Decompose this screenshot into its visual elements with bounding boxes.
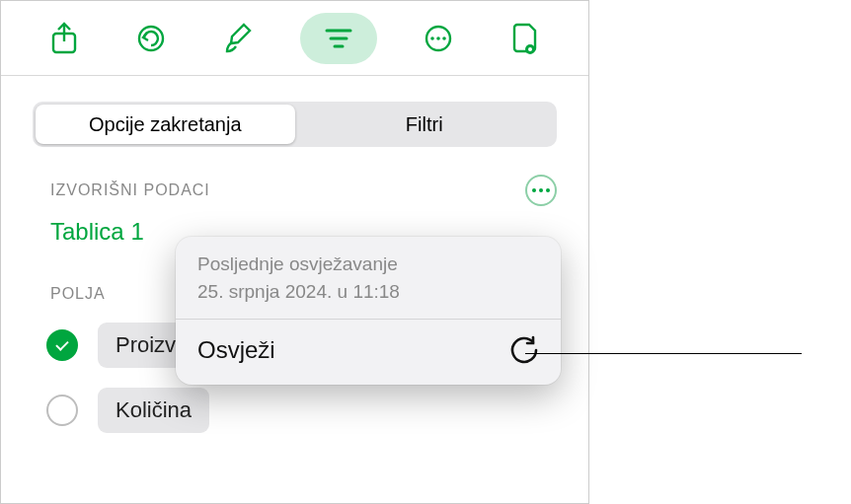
document-view-button[interactable]: [500, 13, 551, 64]
organize-button[interactable]: [300, 13, 377, 64]
segmented-control: Opcije zakretanja Filtri: [33, 102, 557, 147]
pivot-options-panel: Opcije zakretanja Filtri IZVORIŠNI PODAC…: [0, 0, 589, 504]
tab-pivot-options[interactable]: Opcije zakretanja: [36, 105, 295, 144]
undo-button[interactable]: [125, 13, 177, 64]
undo-icon: [135, 23, 167, 54]
refresh-icon: [509, 335, 539, 365]
source-data-header: IZVORIŠNI PODACI: [1, 165, 588, 216]
ellipsis-icon: [423, 23, 454, 54]
svg-point-8: [436, 36, 440, 40]
ellipsis-small-icon: [531, 187, 551, 193]
last-refresh-info: Posljednje osvježavanje 25. srpnja 2024.…: [176, 237, 561, 320]
last-refresh-date: 25. srpnja 2024. u 11:18: [197, 278, 539, 306]
refresh-popover: Posljednje osvježavanje 25. srpnja 2024.…: [176, 237, 561, 385]
more-button[interactable]: [413, 13, 464, 64]
svg-point-14: [546, 188, 550, 192]
refresh-row[interactable]: Osvježi: [176, 320, 561, 385]
tab-filters[interactable]: Filtri: [295, 105, 555, 144]
field-row-kolicina[interactable]: Količina: [1, 378, 588, 443]
callout-line: [525, 353, 802, 354]
field-checkbox-proizvod[interactable]: [46, 329, 78, 361]
tabs-container: Opcije zakretanja Filtri: [1, 76, 588, 165]
share-button[interactable]: [39, 13, 90, 64]
svg-point-11: [528, 47, 532, 51]
paintbrush-icon: [223, 22, 253, 55]
svg-point-7: [430, 36, 434, 40]
toolbar: [1, 1, 588, 76]
svg-point-9: [442, 36, 446, 40]
source-data-more-button[interactable]: [525, 175, 557, 206]
format-button[interactable]: [212, 13, 264, 64]
field-checkbox-kolicina[interactable]: [46, 395, 78, 426]
refresh-label: Osvježi: [197, 336, 275, 364]
document-icon: [511, 22, 539, 55]
share-icon: [50, 22, 78, 55]
last-refresh-title: Posljednje osvježavanje: [197, 251, 539, 278]
svg-point-12: [532, 188, 536, 192]
svg-point-13: [539, 188, 543, 192]
field-chip-kolicina[interactable]: Količina: [98, 388, 209, 433]
source-data-label: IZVORIŠNI PODACI: [50, 181, 525, 199]
lines-icon: [324, 28, 353, 49]
